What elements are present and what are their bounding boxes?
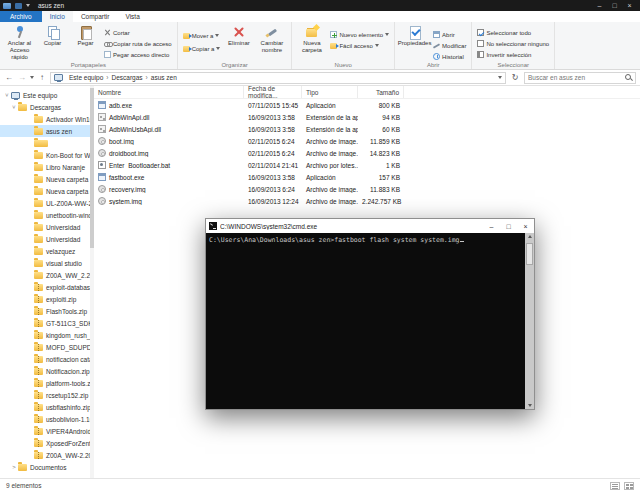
move-to-button[interactable]: Mover a <box>181 29 223 42</box>
breadcrumb-item[interactable]: Descargas› <box>112 74 151 81</box>
tab-archivo[interactable]: Archivo <box>0 11 42 22</box>
close-button[interactable]: × <box>622 2 637 9</box>
sidebar-item[interactable]: Nueva carpeta <box>0 173 94 185</box>
sidebar-item[interactable]: rcsetup152.zip <box>0 389 94 401</box>
sidebar-item[interactable]: Universidad <box>0 233 94 245</box>
back-button[interactable] <box>4 74 14 82</box>
minimize-button[interactable]: – <box>592 2 607 9</box>
expand-chevron-icon[interactable] <box>10 464 18 470</box>
sidebar-item[interactable]: exploiti.zip <box>0 293 94 305</box>
address-bar[interactable]: Este equipo› Descargas› asus zen <box>50 72 506 84</box>
paste-shortcut-button[interactable]: Pegar acceso directo <box>102 49 174 60</box>
open-button[interactable]: Abrir <box>431 29 468 40</box>
column-header-nombre[interactable]: Nombre <box>94 86 244 98</box>
sidebar-item[interactable]: unetbootin-windo... <box>0 209 94 221</box>
address-dropdown-icon[interactable] <box>498 76 502 79</box>
file-row[interactable]: AdbWinUsbApi.dll 16/09/2013 3:58 Extensi… <box>94 123 640 135</box>
file-row[interactable]: fastboot.exe 16/09/2013 3:58 Aplicación … <box>94 171 640 183</box>
paste-button[interactable]: Pegar <box>69 24 102 47</box>
file-row[interactable]: droidboot.img 02/11/2015 6:24 Archivo de… <box>94 147 640 159</box>
sidebar-item[interactable]: Activador Win10 E... <box>0 113 94 125</box>
copy-to-button[interactable]: Copiar a <box>181 42 223 55</box>
up-button[interactable] <box>37 74 47 82</box>
rename-button[interactable]: Cambiar nombre <box>255 24 288 54</box>
cmd-maximize-button[interactable]: □ <box>500 219 517 233</box>
sidebar-item[interactable]: velazquez <box>0 245 94 257</box>
cmd-console-output[interactable]: C:\Users\Ana\Downloads\asus zen>fastboot… <box>206 233 534 409</box>
sidebar-item[interactable]: usbflashinfo.zip <box>0 401 94 413</box>
sidebar-item[interactable]: notificacion catas... <box>0 353 94 365</box>
sidebar-item[interactable]: UL-Z00A-WW-2.2... <box>0 197 94 209</box>
title-bar[interactable]: asus zen – □ × <box>0 0 640 11</box>
select-none-button[interactable]: No seleccionar ninguno <box>475 38 551 49</box>
file-row[interactable]: recovery.img 16/09/2013 6:24 Archivo de … <box>94 183 640 195</box>
sidebar-item[interactable]: Z00A_WW_2.20.40... <box>0 269 94 281</box>
sidebar-item[interactable]: Notificacion.zip <box>0 365 94 377</box>
sidebar-item[interactable]: ViPER4Android_F... <box>0 425 94 437</box>
column-header-fecha[interactable]: Fecha de modifica... <box>244 86 302 98</box>
sidebar-item[interactable]: Descargas <box>0 101 94 113</box>
expand-chevron-icon[interactable] <box>10 104 18 110</box>
sidebar-item[interactable]: Este equipo <box>0 89 94 101</box>
pin-quick-access-button[interactable]: Anclar al Acceso rápido <box>3 24 36 61</box>
sidebar-item[interactable]: MOFD_SDUPDATE... <box>0 341 94 353</box>
column-header-tipo[interactable]: Tipo <box>302 86 358 98</box>
cmd-scrollbar[interactable] <box>525 233 534 409</box>
sidebar-item[interactable]: Libro Naranje <box>0 161 94 173</box>
sidebar-item[interactable]: Nueva carpeta (2... <box>0 185 94 197</box>
select-all-button[interactable]: Seleccionar todo <box>475 27 551 38</box>
details-view-button[interactable] <box>610 482 620 490</box>
cmd-close-button[interactable]: × <box>517 219 534 233</box>
sidebar-item[interactable]: asus zen <box>0 125 94 137</box>
new-folder-button[interactable]: Nueva carpeta <box>295 24 328 54</box>
ribbon-tab[interactable]: Vista <box>117 11 147 22</box>
easy-access-button[interactable]: Fácil acceso <box>328 40 391 51</box>
sidebar-item[interactable]: kingdom_rush_ori... <box>0 329 94 341</box>
cmd-titlebar[interactable]: C:\WINDOWS\system32\cmd.exe – □ × <box>206 219 534 233</box>
sidebar-item[interactable]: GT-511C3_SDK_20... <box>0 317 94 329</box>
properties-button[interactable]: Propiedades <box>398 24 431 47</box>
sidebar-item[interactable]: XposedForZenfon... <box>0 437 94 449</box>
file-row[interactable]: boot.img 02/11/2015 6:24 Archivo de imag… <box>94 135 640 147</box>
ribbon-tab[interactable]: Inicio <box>42 11 73 22</box>
ribbon-tab[interactable]: Compartir <box>73 11 118 22</box>
sidebar-item[interactable]: platform-tools.zip <box>0 377 94 389</box>
recent-locations-chevron-icon[interactable] <box>30 76 34 79</box>
sidebar-item[interactable]: Kon-Boot for Win... <box>0 149 94 161</box>
scroll-up-icon[interactable] <box>528 235 532 238</box>
sidebar-item[interactable]: Universidad <box>0 221 94 233</box>
edit-button[interactable]: Modificar <box>431 40 468 51</box>
file-row[interactable]: AdbWinApi.dll 16/09/2013 3:58 Extensión … <box>94 111 640 123</box>
file-row[interactable]: Enter_Bootloader.bat 02/11/2014 21:41 Ar… <box>94 159 640 171</box>
scroll-down-icon[interactable] <box>528 404 532 407</box>
expand-chevron-icon[interactable] <box>3 92 11 98</box>
column-header-tamano[interactable]: Tamaño <box>358 86 404 98</box>
maximize-button[interactable]: □ <box>607 2 622 9</box>
search-input[interactable] <box>528 74 625 81</box>
cut-button[interactable]: Cortar <box>102 27 174 38</box>
sidebar-item[interactable]: Z00A_WW-2.20.40... <box>0 449 94 461</box>
new-item-button[interactable]: Nuevo elemento <box>328 29 391 40</box>
cmd-scrollbar-thumb[interactable] <box>526 243 533 265</box>
sidebar-item[interactable]: Documentos <box>0 461 94 473</box>
sidebar-item[interactable] <box>0 137 94 149</box>
sidebar-item[interactable]: FlashTools.zip <box>0 305 94 317</box>
sidebar-item[interactable]: visual studio <box>0 257 94 269</box>
cmd-window[interactable]: C:\WINDOWS\system32\cmd.exe – □ × C:\Use… <box>205 218 535 410</box>
file-row[interactable]: system.img 16/09/2013 12:24 Archivo de i… <box>94 195 640 207</box>
sidebar-item[interactable]: usboblivion-1.10... <box>0 413 94 425</box>
forward-button[interactable] <box>17 74 27 82</box>
search-box[interactable] <box>524 72 636 84</box>
qat-chevron-down-icon[interactable] <box>26 4 30 7</box>
breadcrumb-item[interactable]: Este equipo› <box>69 74 112 81</box>
quick-access-icon[interactable] <box>15 3 22 9</box>
delete-button[interactable]: Eliminar <box>222 24 255 47</box>
sidebar-item[interactable]: exploit-database-... <box>0 281 94 293</box>
history-button[interactable]: Historial <box>431 51 468 62</box>
copy-path-button[interactable]: Copiar ruta de acceso <box>102 38 174 49</box>
refresh-button[interactable] <box>509 73 521 82</box>
file-row[interactable]: adb.exe 07/11/2015 15:45 Aplicación 800 … <box>94 99 640 111</box>
copy-button[interactable]: Copiar <box>36 24 69 47</box>
large-icons-view-button[interactable] <box>624 482 634 490</box>
invert-selection-button[interactable]: Invertir selección <box>475 49 551 60</box>
